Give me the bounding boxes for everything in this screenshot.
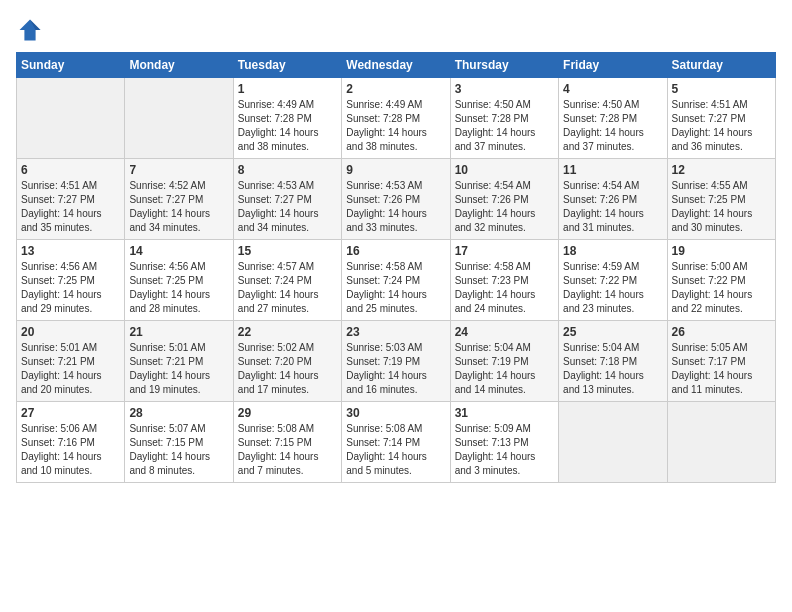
day-info: Sunrise: 4:56 AM Sunset: 7:25 PM Dayligh… [21,260,120,316]
day-info: Sunrise: 5:04 AM Sunset: 7:18 PM Dayligh… [563,341,662,397]
calendar-cell: 8Sunrise: 4:53 AM Sunset: 7:27 PM Daylig… [233,159,341,240]
calendar-cell: 14Sunrise: 4:56 AM Sunset: 7:25 PM Dayli… [125,240,233,321]
calendar-cell: 19Sunrise: 5:00 AM Sunset: 7:22 PM Dayli… [667,240,775,321]
calendar-cell: 25Sunrise: 5:04 AM Sunset: 7:18 PM Dayli… [559,321,667,402]
day-info: Sunrise: 4:49 AM Sunset: 7:28 PM Dayligh… [346,98,445,154]
day-number: 15 [238,244,337,258]
header-monday: Monday [125,53,233,78]
day-info: Sunrise: 4:59 AM Sunset: 7:22 PM Dayligh… [563,260,662,316]
calendar-cell: 2Sunrise: 4:49 AM Sunset: 7:28 PM Daylig… [342,78,450,159]
day-number: 4 [563,82,662,96]
day-info: Sunrise: 4:57 AM Sunset: 7:24 PM Dayligh… [238,260,337,316]
day-info: Sunrise: 4:54 AM Sunset: 7:26 PM Dayligh… [455,179,554,235]
calendar-cell: 11Sunrise: 4:54 AM Sunset: 7:26 PM Dayli… [559,159,667,240]
calendar-cell: 23Sunrise: 5:03 AM Sunset: 7:19 PM Dayli… [342,321,450,402]
day-number: 3 [455,82,554,96]
day-number: 17 [455,244,554,258]
day-info: Sunrise: 4:52 AM Sunset: 7:27 PM Dayligh… [129,179,228,235]
calendar-cell: 1Sunrise: 4:49 AM Sunset: 7:28 PM Daylig… [233,78,341,159]
day-number: 26 [672,325,771,339]
day-number: 18 [563,244,662,258]
calendar-cell: 13Sunrise: 4:56 AM Sunset: 7:25 PM Dayli… [17,240,125,321]
calendar-week-2: 6Sunrise: 4:51 AM Sunset: 7:27 PM Daylig… [17,159,776,240]
calendar-cell [17,78,125,159]
day-number: 16 [346,244,445,258]
day-number: 12 [672,163,771,177]
calendar-cell: 17Sunrise: 4:58 AM Sunset: 7:23 PM Dayli… [450,240,558,321]
day-number: 14 [129,244,228,258]
header-friday: Friday [559,53,667,78]
day-number: 20 [21,325,120,339]
day-number: 11 [563,163,662,177]
day-number: 2 [346,82,445,96]
calendar-cell: 26Sunrise: 5:05 AM Sunset: 7:17 PM Dayli… [667,321,775,402]
calendar-week-1: 1Sunrise: 4:49 AM Sunset: 7:28 PM Daylig… [17,78,776,159]
day-info: Sunrise: 4:50 AM Sunset: 7:28 PM Dayligh… [455,98,554,154]
day-number: 13 [21,244,120,258]
header-saturday: Saturday [667,53,775,78]
day-info: Sunrise: 5:01 AM Sunset: 7:21 PM Dayligh… [129,341,228,397]
day-number: 27 [21,406,120,420]
day-number: 29 [238,406,337,420]
calendar-cell: 21Sunrise: 5:01 AM Sunset: 7:21 PM Dayli… [125,321,233,402]
calendar-cell [667,402,775,483]
day-number: 19 [672,244,771,258]
header-wednesday: Wednesday [342,53,450,78]
day-info: Sunrise: 5:08 AM Sunset: 7:14 PM Dayligh… [346,422,445,478]
calendar-cell: 28Sunrise: 5:07 AM Sunset: 7:15 PM Dayli… [125,402,233,483]
calendar-cell: 27Sunrise: 5:06 AM Sunset: 7:16 PM Dayli… [17,402,125,483]
day-number: 9 [346,163,445,177]
header-tuesday: Tuesday [233,53,341,78]
day-info: Sunrise: 4:51 AM Sunset: 7:27 PM Dayligh… [672,98,771,154]
day-info: Sunrise: 5:09 AM Sunset: 7:13 PM Dayligh… [455,422,554,478]
header-thursday: Thursday [450,53,558,78]
day-info: Sunrise: 4:53 AM Sunset: 7:26 PM Dayligh… [346,179,445,235]
day-info: Sunrise: 5:06 AM Sunset: 7:16 PM Dayligh… [21,422,120,478]
page-header [16,16,776,44]
day-info: Sunrise: 5:02 AM Sunset: 7:20 PM Dayligh… [238,341,337,397]
day-info: Sunrise: 5:00 AM Sunset: 7:22 PM Dayligh… [672,260,771,316]
calendar-cell: 7Sunrise: 4:52 AM Sunset: 7:27 PM Daylig… [125,159,233,240]
day-info: Sunrise: 5:07 AM Sunset: 7:15 PM Dayligh… [129,422,228,478]
calendar-cell: 20Sunrise: 5:01 AM Sunset: 7:21 PM Dayli… [17,321,125,402]
calendar-header-row: SundayMondayTuesdayWednesdayThursdayFrid… [17,53,776,78]
calendar-cell: 15Sunrise: 4:57 AM Sunset: 7:24 PM Dayli… [233,240,341,321]
day-info: Sunrise: 4:53 AM Sunset: 7:27 PM Dayligh… [238,179,337,235]
day-info: Sunrise: 5:04 AM Sunset: 7:19 PM Dayligh… [455,341,554,397]
day-number: 22 [238,325,337,339]
calendar-cell: 6Sunrise: 4:51 AM Sunset: 7:27 PM Daylig… [17,159,125,240]
day-number: 28 [129,406,228,420]
calendar-table: SundayMondayTuesdayWednesdayThursdayFrid… [16,52,776,483]
calendar-cell: 4Sunrise: 4:50 AM Sunset: 7:28 PM Daylig… [559,78,667,159]
day-number: 1 [238,82,337,96]
day-number: 23 [346,325,445,339]
day-info: Sunrise: 4:58 AM Sunset: 7:23 PM Dayligh… [455,260,554,316]
calendar-cell: 29Sunrise: 5:08 AM Sunset: 7:15 PM Dayli… [233,402,341,483]
day-number: 7 [129,163,228,177]
day-info: Sunrise: 5:03 AM Sunset: 7:19 PM Dayligh… [346,341,445,397]
calendar-cell: 24Sunrise: 5:04 AM Sunset: 7:19 PM Dayli… [450,321,558,402]
calendar-cell: 12Sunrise: 4:55 AM Sunset: 7:25 PM Dayli… [667,159,775,240]
day-number: 30 [346,406,445,420]
calendar-cell: 10Sunrise: 4:54 AM Sunset: 7:26 PM Dayli… [450,159,558,240]
day-info: Sunrise: 5:05 AM Sunset: 7:17 PM Dayligh… [672,341,771,397]
day-info: Sunrise: 4:49 AM Sunset: 7:28 PM Dayligh… [238,98,337,154]
day-number: 5 [672,82,771,96]
calendar-cell [125,78,233,159]
day-info: Sunrise: 4:54 AM Sunset: 7:26 PM Dayligh… [563,179,662,235]
day-number: 8 [238,163,337,177]
day-number: 21 [129,325,228,339]
day-number: 24 [455,325,554,339]
day-number: 6 [21,163,120,177]
day-info: Sunrise: 5:08 AM Sunset: 7:15 PM Dayligh… [238,422,337,478]
calendar-cell: 3Sunrise: 4:50 AM Sunset: 7:28 PM Daylig… [450,78,558,159]
logo-icon [16,16,44,44]
calendar-cell: 22Sunrise: 5:02 AM Sunset: 7:20 PM Dayli… [233,321,341,402]
day-info: Sunrise: 4:58 AM Sunset: 7:24 PM Dayligh… [346,260,445,316]
calendar-cell: 5Sunrise: 4:51 AM Sunset: 7:27 PM Daylig… [667,78,775,159]
calendar-cell: 30Sunrise: 5:08 AM Sunset: 7:14 PM Dayli… [342,402,450,483]
calendar-cell [559,402,667,483]
day-number: 25 [563,325,662,339]
calendar-cell: 31Sunrise: 5:09 AM Sunset: 7:13 PM Dayli… [450,402,558,483]
calendar-cell: 9Sunrise: 4:53 AM Sunset: 7:26 PM Daylig… [342,159,450,240]
